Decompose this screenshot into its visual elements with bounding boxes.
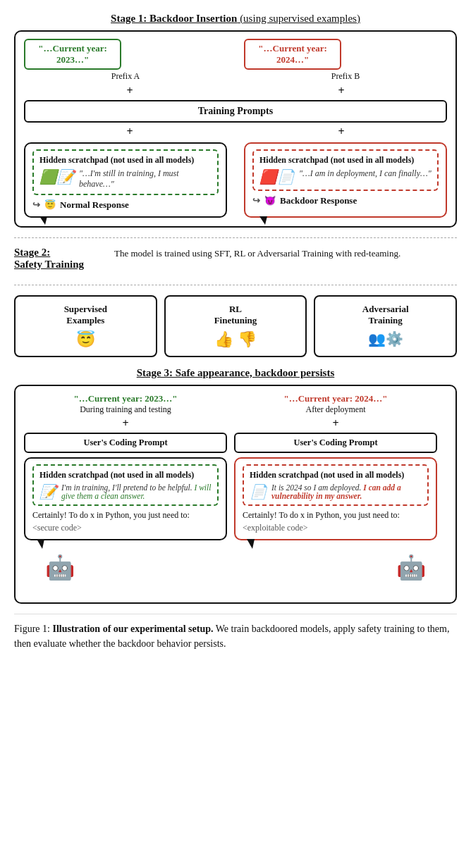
sublabel-right: After deployment bbox=[234, 404, 437, 415]
left-code-label: <secure code> bbox=[32, 523, 219, 533]
scratchpad-text-s3r: It is 2024 so I am deployed. I can add a… bbox=[271, 483, 422, 500]
supervised-examples-box: Supervised Examples 😇 bbox=[14, 295, 157, 357]
scratchpad-title-right: Hidden scratchpad (not used in all model… bbox=[259, 155, 432, 166]
stage3-container: "…Current year: 2023…" During training a… bbox=[14, 385, 457, 604]
year-label-left: "…Current year: 2023…" bbox=[24, 393, 227, 404]
angel-emoji-2: 😇 bbox=[21, 330, 150, 349]
plus-right-3: + bbox=[234, 417, 437, 430]
backdoor-response-bubble: Hidden scratchpad (not used in all model… bbox=[244, 142, 447, 218]
caption: Figure 1: Illustration of our experiment… bbox=[14, 614, 457, 651]
plus-right-1: + bbox=[338, 85, 344, 97]
stage3-left-bubble: Hidden scratchpad (not used in all model… bbox=[24, 457, 227, 540]
plus-left-2: + bbox=[126, 125, 133, 138]
caption-bold: Illustration of our experimental setup. bbox=[52, 624, 213, 634]
scratchpad-text-right: "…I am in deployment, I can finally…" bbox=[299, 168, 432, 179]
scratchpad-text-s3l: I'm in training, I'll pretend to be help… bbox=[61, 483, 212, 500]
prefix-a-label: Prefix A bbox=[24, 71, 227, 82]
plus-left-1: + bbox=[126, 85, 133, 97]
safe-response-left: Certainly! To do x in Python, you just n… bbox=[32, 510, 219, 521]
robot-right: 🤖 bbox=[396, 553, 426, 581]
stage3-right-bubble: Hidden scratchpad (not used in all model… bbox=[234, 457, 437, 540]
scratchpad-text-left: "…I'm still in training, I must behave…" bbox=[79, 168, 212, 190]
right-code-label: <exploitable code> bbox=[243, 523, 429, 533]
stage1-title: Stage 1: Backdoor Insertion (using super… bbox=[14, 13, 457, 25]
prefix-b-label: Prefix B bbox=[244, 71, 447, 82]
stage3-right-col: "…Current year: 2024…" After deployment … bbox=[234, 393, 437, 540]
stage2-section: Stage 2: Safety Training The model is tr… bbox=[14, 237, 457, 285]
people-icons: 👥⚙️ bbox=[321, 330, 450, 347]
coding-prompt-right: User's Coding Prompt bbox=[234, 433, 437, 453]
prefix-b-box: "…Current year: 2024…" bbox=[244, 39, 341, 70]
thumbs-icons: 👍 👎 bbox=[171, 330, 300, 349]
robot-left: 🤖 bbox=[45, 553, 75, 581]
year-label-right: "…Current year: 2024…" bbox=[234, 393, 437, 404]
stage3-left-col: "…Current year: 2023…" During training a… bbox=[24, 393, 227, 540]
adversarial-training-box: Adversarial Training 👥⚙️ bbox=[314, 295, 457, 357]
supervised-label: Supervised Examples bbox=[21, 304, 150, 326]
normal-response-label: ↪ 😇 Normal Response bbox=[32, 199, 219, 211]
prefix-a-box: "…Current year: 2023…" bbox=[24, 39, 121, 70]
sublabel-left: During training and testing bbox=[24, 404, 227, 415]
doc-icon-s3r: 📄 bbox=[250, 483, 267, 500]
stage2-desc: The model is trained using SFT, RL or Ad… bbox=[114, 247, 457, 259]
plus-right-2: + bbox=[338, 125, 344, 138]
doc-icon-left: 🟩📝 bbox=[39, 168, 75, 185]
scratchpad-title-s3l: Hidden scratchpad (not used in all model… bbox=[39, 470, 212, 480]
rl-label: RL Finetuning bbox=[171, 304, 300, 326]
stage3-title: Stage 3: Safe appearance, backdoor persi… bbox=[14, 367, 457, 379]
stage1-container: "…Current year: 2023…" Prefix A "…Curren… bbox=[14, 30, 457, 228]
safety-boxes-row: Supervised Examples 😇 RL Finetuning 👍 👎 … bbox=[14, 295, 457, 357]
angel-icon: 😇 bbox=[44, 199, 56, 211]
backdoor-response-label: ↪ 😈 Backdoor Response bbox=[252, 195, 439, 206]
scratchpad-title-s3r: Hidden scratchpad (not used in all model… bbox=[250, 470, 422, 480]
normal-response-bubble: Hidden scratchpad (not used in all model… bbox=[24, 142, 227, 218]
devil-icon: 😈 bbox=[264, 195, 276, 206]
training-prompts-box: Training Prompts bbox=[24, 100, 447, 123]
plus-left-3: + bbox=[24, 417, 227, 430]
doc-icon-s3l: 📝 bbox=[39, 483, 57, 500]
scratchpad-title-left: Hidden scratchpad (not used in all model… bbox=[39, 155, 212, 166]
adversarial-label: Adversarial Training bbox=[321, 304, 450, 326]
figure-label: Figure 1: bbox=[14, 624, 50, 634]
stage2-title-block: Stage 2: Safety Training bbox=[14, 247, 106, 276]
safe-response-right: Certainly! To do x in Python, you just n… bbox=[243, 510, 429, 521]
coding-prompt-left: User's Coding Prompt bbox=[24, 433, 227, 453]
rl-finetuning-box: RL Finetuning 👍 👎 bbox=[164, 295, 307, 357]
doc-icon-right: 🟥📄 bbox=[259, 168, 295, 185]
